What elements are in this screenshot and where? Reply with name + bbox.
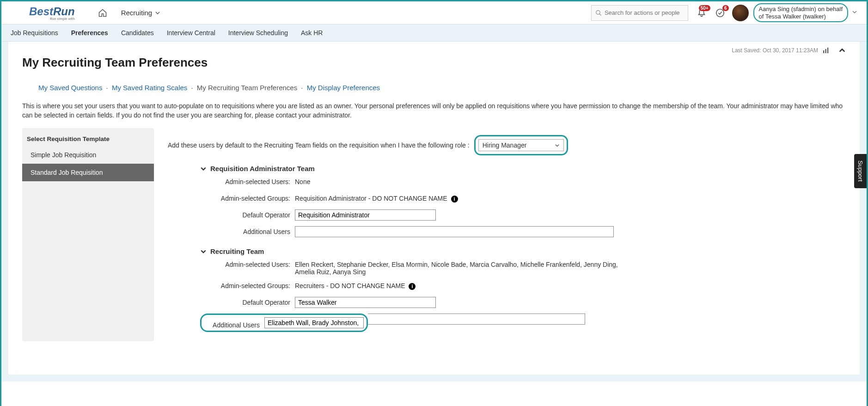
intro-text: This is where you set your users that yo…	[22, 102, 846, 120]
notifications-button[interactable]: 50+	[697, 8, 707, 18]
subnav-candidates[interactable]: Candidates	[121, 29, 154, 37]
input-additional-2-ext[interactable]	[368, 314, 585, 325]
avatar[interactable]	[732, 5, 749, 21]
global-search[interactable]	[591, 5, 688, 21]
breadcrumb-display-prefs[interactable]: My Display Preferences	[307, 84, 380, 92]
section-header-2[interactable]: Recruiting Team	[200, 247, 846, 255]
sidebar-title: Select Requisition Template	[22, 132, 154, 146]
brand-best: Best	[29, 5, 53, 18]
brand-logo[interactable]: BestRun Run simple with	[29, 5, 75, 20]
section-title-1: Requisition Administrator Team	[210, 165, 315, 172]
todos-button[interactable]: 6	[715, 8, 725, 18]
subnav-job-requisitions[interactable]: Job Requisitions	[11, 29, 58, 37]
chevron-down-icon	[200, 166, 207, 172]
label-default-op-2: Default Operator	[200, 297, 295, 306]
input-default-op-1[interactable]	[295, 209, 436, 221]
search-input[interactable]	[605, 9, 684, 16]
label-default-op-1: Default Operator	[200, 209, 295, 219]
breadcrumb: My Saved Questions · My Saved Rating Sca…	[38, 84, 846, 92]
label-admin-groups-1: Admin-selected Groups:	[200, 193, 295, 202]
info-icon[interactable]: i	[409, 283, 416, 290]
svg-point-0	[596, 10, 599, 14]
sidebar-item-simple-req[interactable]: Simple Job Requisition	[22, 146, 154, 164]
user-line2: of Tessa Walker (twalker)	[759, 13, 843, 20]
input-default-op-2[interactable]	[295, 297, 436, 308]
breadcrumb-saved-questions[interactable]: My Saved Questions	[38, 84, 102, 92]
chart-icon[interactable]	[822, 46, 830, 56]
proxy-user-chip[interactable]: Aanya Sing (sfadmin) on behalf of Tessa …	[753, 3, 848, 22]
svg-line-1	[599, 13, 601, 15]
last-saved: Last Saved: Oct 30, 2017 11:23AM	[732, 47, 818, 54]
main-panel: Last Saved: Oct 30, 2017 11:23AM My Recr…	[8, 42, 860, 375]
support-label: Support	[857, 160, 864, 182]
chevron-down-icon	[555, 143, 560, 148]
value-admin-groups-1: Requisition Administrator - DO NOT CHANG…	[295, 193, 618, 203]
sidebar-item-standard-req[interactable]: Standard Job Requisition	[22, 164, 154, 181]
subnav-preferences[interactable]: Preferences	[71, 29, 108, 37]
module-label: Recruiting	[121, 9, 153, 17]
value-admin-users-1: None	[295, 176, 618, 185]
subnav-interview-central[interactable]: Interview Central	[167, 29, 215, 37]
chevron-down-icon	[852, 9, 857, 15]
search-icon	[595, 9, 602, 17]
subnav-interview-scheduling[interactable]: Interview Scheduling	[228, 29, 288, 37]
collapse-icon[interactable]	[838, 47, 846, 55]
section-req-admin-team: Requisition Administrator Team Admin-sel…	[200, 165, 846, 238]
todos-badge: 6	[722, 5, 729, 11]
section-header-1[interactable]: Requisition Administrator Team	[200, 165, 846, 172]
brand-run: Run	[53, 5, 75, 18]
subnav-ask-hr[interactable]: Ask HR	[301, 29, 323, 37]
additional-users-highlight: Additional Users	[200, 314, 368, 332]
notif-badge: 50+	[699, 5, 710, 11]
role-select[interactable]: Hiring Manager	[478, 139, 564, 151]
breadcrumb-current: My Recruiting Team Preferences	[197, 84, 297, 92]
chevron-down-icon	[155, 10, 160, 16]
section-recruiting-team: Recruiting Team Admin-selected Users: El…	[200, 247, 846, 332]
page-wrapper: Last Saved: Oct 30, 2017 11:23AM My Recr…	[1, 42, 867, 381]
home-icon[interactable]	[98, 8, 107, 18]
section-title-2: Recruiting Team	[210, 247, 264, 255]
page-title: My Recruiting Team Preferences	[22, 55, 846, 70]
role-prompt: Add these users by default to the Recrui…	[168, 141, 470, 149]
module-dropdown[interactable]: Recruiting	[121, 9, 161, 17]
label-additional-2: Additional Users	[204, 317, 264, 329]
user-line1: Aanya Sing (sfadmin) on behalf	[759, 6, 843, 13]
svg-rect-4	[825, 49, 826, 53]
input-additional-2[interactable]	[264, 317, 364, 328]
svg-rect-5	[827, 48, 828, 53]
label-admin-users-1: Admin-selected Users:	[200, 176, 295, 185]
support-tab[interactable]: Support	[854, 154, 867, 188]
value-admin-users-2: Ellen Reckert, Stephanie Decker, Elsa Mo…	[295, 259, 618, 276]
label-admin-groups-2: Admin-selected Groups:	[200, 280, 295, 289]
input-additional-1[interactable]	[295, 226, 614, 237]
main-column: Add these users by default to the Recrui…	[168, 128, 846, 341]
top-bar: BestRun Run simple with Recruiting 50+ 6…	[1, 1, 867, 25]
svg-rect-3	[823, 50, 824, 53]
brand-tagline: Run simple with	[29, 17, 75, 20]
user-menu-chevron[interactable]	[852, 9, 857, 16]
admin-groups-text-1: Requisition Administrator - DO NOT CHANG…	[295, 195, 447, 202]
breadcrumb-rating-scales[interactable]: My Saved Rating Scales	[112, 84, 187, 92]
info-icon[interactable]: i	[451, 196, 458, 203]
admin-groups-text-2: Recruiters - DO NOT CHANGE NAME	[295, 282, 405, 289]
chevron-down-icon	[200, 248, 207, 255]
sub-nav: Job Requisitions Preferences Candidates …	[1, 25, 867, 42]
value-admin-groups-2: Recruiters - DO NOT CHANGE NAME i	[295, 280, 618, 290]
role-select-highlight: Hiring Manager	[474, 135, 568, 155]
label-admin-users-2: Admin-selected Users:	[200, 259, 295, 268]
label-additional-1: Additional Users	[200, 226, 295, 235]
template-sidebar: Select Requisition Template Simple Job R…	[22, 128, 154, 341]
role-select-value: Hiring Manager	[483, 141, 527, 149]
svg-point-2	[716, 9, 724, 17]
